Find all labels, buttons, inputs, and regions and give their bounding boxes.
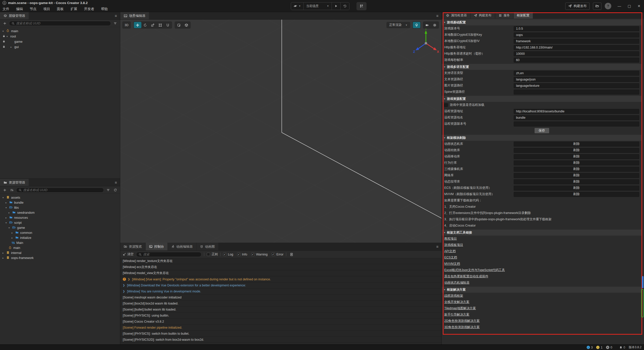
checkbox-icon[interactable] [444,103,448,107]
field-input[interactable] [514,51,639,56]
chevron-down-icon[interactable]: ▾ [6,206,9,209]
field-input[interactable] [514,71,639,76]
move-tool-button[interactable] [134,22,141,28]
hierarchy-filter-button[interactable] [112,21,118,26]
doc-link[interactable]: 教程项目 [444,237,457,241]
help-button[interactable]: ? [605,3,611,9]
console-message-4[interactable]: ❯[Window] Download the Vue Devtools exte… [120,282,441,288]
expand-chevron-icon[interactable]: ❯ [123,284,125,287]
chevron-right-icon[interactable]: ▸ [11,46,14,48]
section-header-5[interactable]: ▾框架解决方案 [442,287,642,293]
axis-gizmo[interactable]: Y X Z [412,28,440,58]
scene-menu-icon[interactable]: ≡ [433,12,441,19]
menu-item-5[interactable]: 扩展 [70,7,77,11]
console-message-10[interactable]: [Scene] Cocos Creator v3.8.2 [120,319,441,325]
console-menu-icon[interactable]: ≡ [433,243,441,250]
sort-assets-button[interactable] [9,188,15,193]
remove-module-button[interactable]: 剔除 [514,186,639,191]
console-message-12[interactable]: [Scene] [PHYSICS]: switch from builtin t… [120,331,441,337]
remove-module-button[interactable]: 剔除 [514,179,639,184]
info-count[interactable]: i 3 [587,346,593,349]
regex-checkbox[interactable]: 正则 [207,252,218,256]
section-header-1[interactable]: ▾游戏多语言配置 [442,64,642,70]
console-search-input[interactable] [143,253,199,256]
field-input[interactable] [514,115,639,120]
hierarchy-menu-icon[interactable]: ≡ [112,12,120,19]
menu-item-7[interactable]: 帮助 [101,7,108,11]
doc-link[interactable]: 3D角色扮演游戏解决方案 [444,325,480,329]
asset-node-assets[interactable]: ▾assets [0,195,120,200]
expand-chevron-icon[interactable]: ❯ [128,278,130,281]
menu-item-6[interactable]: 开发者 [84,7,94,11]
chevron-down-icon[interactable]: ▾ [3,196,6,199]
field-input[interactable] [514,26,639,31]
minimize-button[interactable]: — [618,4,621,8]
scene-camera-button[interactable] [423,22,431,28]
field-input[interactable] [514,90,639,95]
hierarchy-node-gui[interactable]: ▸gui [0,44,120,50]
maximize-button[interactable]: ▢ [628,4,631,8]
chevron-right-icon[interactable]: ▸ [3,252,6,254]
chevron-down-icon[interactable]: ▾ [6,222,9,224]
build-publish-button[interactable]: 构建发布 [565,3,590,10]
chevron-down-icon[interactable]: ▾ [3,30,6,32]
rect-tool-button[interactable] [156,22,164,28]
hierarchy-node-main[interactable]: ▾main [0,28,120,34]
console-message-13[interactable]: [Scene] [PHYSICS2D]: switch from box2d-w… [120,337,441,343]
preview-target-button[interactable]: ▼ [291,3,304,10]
warning-count[interactable]: ! 1 [596,346,602,349]
chevron-down-icon[interactable]: ▾ [9,227,12,229]
inspector-tab-3[interactable]: 框架配置 [514,12,533,19]
console-log-file-button[interactable] [289,252,294,257]
section-header-2[interactable]: ▾游戏资源配置 [442,96,642,102]
close-button[interactable]: ✕ [637,4,640,8]
doc-link[interactable]: Tiledmap地图解决方案 [444,306,476,311]
remove-module-button[interactable]: 剔除 [514,167,639,172]
hierarchy-tab[interactable]: 层级管理器 [0,12,29,19]
inspector-tab-2[interactable]: 服务 [495,12,513,19]
console-message-9[interactable]: [Scene] [PHYSICS]: using builtin. [120,313,441,319]
scale-tool-button[interactable] [149,22,156,28]
asset-node-seedrandom[interactable]: ▸seedrandom [0,210,120,215]
field-input[interactable] [514,32,639,37]
inspector-tab-1[interactable]: 构建发布 [471,12,495,19]
assets-filter-button[interactable] [105,188,111,193]
console-message-1[interactable]: [Window] ecs文件夹存在 [120,264,441,270]
console-tab-0[interactable]: 资源预览 [120,243,146,250]
asset-node-main[interactable]: main [0,245,120,250]
remove-module-button[interactable]: 剔除 [514,148,639,153]
rotate-tool-button[interactable] [141,22,149,28]
console-message-7[interactable]: [Scene] [box2d]:box2d wasm lib loaded. [120,300,441,307]
field-input[interactable] [514,58,639,63]
remove-module-button[interactable]: 剔除 [514,142,639,147]
hierarchy-search-input[interactable] [16,22,108,25]
chevron-right-icon[interactable]: ▸ [3,257,6,259]
filter-log-checkbox[interactable]: ✓Log [223,253,233,256]
field-input[interactable] [514,121,639,126]
chevron-right-icon[interactable]: ▸ [12,232,15,234]
section-header-0[interactable]: ▾游戏基础配置 [442,19,642,25]
console-message-6[interactable]: [Scene] meshopt wasm decoder initialized [120,294,441,300]
doc-link[interactable]: 游戏模板项目 [444,243,463,247]
doc-link[interactable]: 原生包热更新配置自动生成插件 [444,274,488,279]
field-input[interactable] [514,77,639,82]
3d-toggle-button[interactable]: 3D [123,22,130,28]
console-tab-1[interactable]: 控制台 [146,243,168,250]
save-button[interactable]: 保存 [535,128,549,133]
asset-node-initialize[interactable]: ▸initialize [0,235,120,240]
section-header-3[interactable]: ▾框架模块剔除 [442,135,642,141]
create-node-button[interactable] [2,21,8,26]
console-message-8[interactable]: [Scene] [bullet]:bullet wasm lib loaded. [120,307,441,313]
menu-item-1[interactable]: 编辑 [16,7,23,11]
asset-node-bundle[interactable]: ▸bundle [0,200,120,205]
doc-link[interactable]: 动画状态机编辑器 [444,281,469,285]
menu-item-3[interactable]: 项目 [43,7,50,11]
chevron-down-icon[interactable]: ▾ [7,35,10,38]
filter-info-checkbox[interactable]: ✓Info [237,253,247,256]
scrollbar-thumb[interactable] [642,276,643,288]
remove-module-button[interactable]: 剔除 [514,192,639,197]
restart-button[interactable] [341,3,349,10]
doc-link[interactable]: Excel格式转Json文件与TypeScript代码工具 [444,268,505,272]
console-message-11[interactable]: [Scene] Forward render pipeline initiali… [120,325,441,331]
menu-item-2[interactable]: 节点 [30,7,36,11]
